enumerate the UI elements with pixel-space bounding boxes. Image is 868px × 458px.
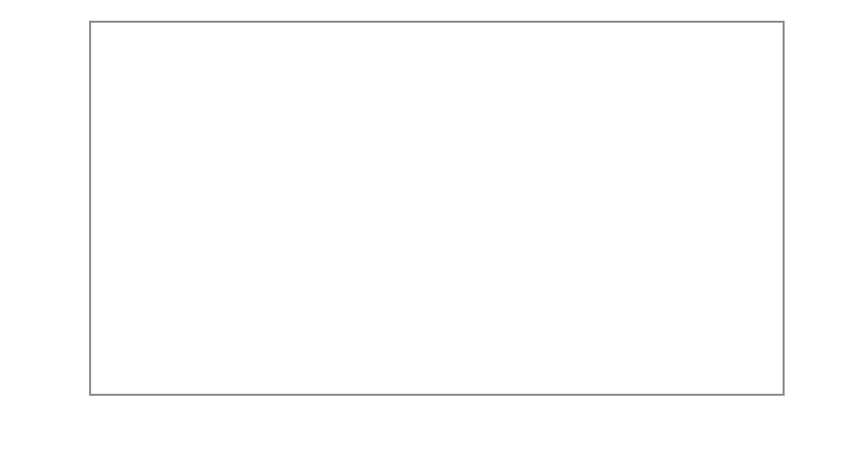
chart-plot-area[interactable] [91,23,783,394]
weather-station-window [0,0,868,458]
status-table [0,414,868,458]
